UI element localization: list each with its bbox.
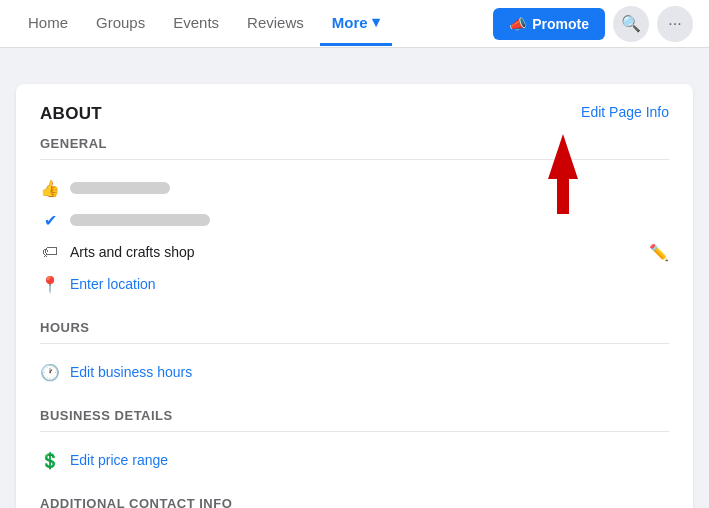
search-icon: 🔍 (621, 14, 641, 33)
general-row-location: 📍 Enter location (40, 268, 669, 300)
chevron-down-icon: ▾ (372, 13, 380, 31)
about-title: ABOUT (40, 104, 102, 124)
business-details-title: BUSINESS DETAILS (40, 408, 669, 423)
nav-links: Home Groups Events Reviews More ▾ (16, 1, 493, 46)
nav-groups[interactable]: Groups (84, 2, 157, 46)
check-icon: ✔ (40, 210, 60, 230)
about-header: ABOUT Edit Page Info (40, 104, 669, 124)
hours-title: HOURS (40, 320, 669, 335)
general-title: GENERAL (40, 136, 669, 151)
nav-reviews[interactable]: Reviews (235, 2, 316, 46)
general-row-1: 👍 (40, 172, 669, 204)
nav-actions: 📣 Promote 🔍 ··· (493, 6, 693, 42)
hours-section: HOURS 🕐 Edit business hours (40, 320, 669, 388)
clock-icon: 🕐 (40, 362, 60, 382)
general-section: GENERAL 👍 ✔ 🏷 Arts and crafts shop ✏️ 📍 (40, 136, 669, 300)
business-details-section: BUSINESS DETAILS 💲 Edit price range (40, 408, 669, 476)
ellipsis-icon: ··· (668, 15, 681, 33)
top-navigation: Home Groups Events Reviews More ▾ 📣 Prom… (0, 0, 709, 48)
edit-category-icon[interactable]: ✏️ (649, 243, 669, 262)
general-row-2: ✔ (40, 204, 669, 236)
nav-events[interactable]: Events (161, 2, 231, 46)
business-details-divider (40, 431, 669, 432)
location-icon: 📍 (40, 274, 60, 294)
hours-divider (40, 343, 669, 344)
megaphone-icon: 📣 (509, 16, 526, 32)
promote-button[interactable]: 📣 Promote (493, 8, 605, 40)
category-icon: 🏷 (40, 242, 60, 262)
edit-hours-link[interactable]: Edit business hours (70, 364, 192, 380)
hours-row: 🕐 Edit business hours (40, 356, 669, 388)
general-row-category: 🏷 Arts and crafts shop ✏️ (40, 236, 669, 268)
contact-info-title: ADDITIONAL CONTACT INFO (40, 496, 669, 508)
blurred-text-1 (70, 182, 170, 194)
price-range-row: 💲 Edit price range (40, 444, 669, 476)
price-icon: 💲 (40, 450, 60, 470)
contact-info-section: ADDITIONAL CONTACT INFO 🌐 Enter website … (40, 496, 669, 508)
like-icon: 👍 (40, 178, 60, 198)
nav-more[interactable]: More ▾ (320, 1, 392, 46)
location-text[interactable]: Enter location (70, 276, 156, 292)
edit-page-info-link[interactable]: Edit Page Info (581, 104, 669, 120)
edit-price-link[interactable]: Edit price range (70, 452, 168, 468)
nav-home[interactable]: Home (16, 2, 80, 46)
more-options-button[interactable]: ··· (657, 6, 693, 42)
search-button[interactable]: 🔍 (613, 6, 649, 42)
category-text: Arts and crafts shop (70, 244, 195, 260)
blurred-text-2 (70, 214, 210, 226)
about-section: ABOUT Edit Page Info GENERAL 👍 ✔ 🏷 Arts … (16, 84, 693, 508)
general-divider (40, 159, 669, 160)
